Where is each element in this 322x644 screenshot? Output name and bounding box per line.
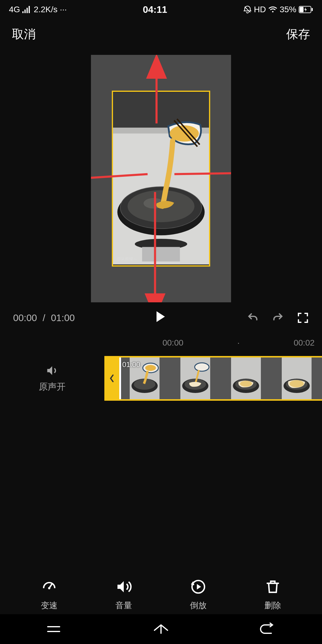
- svg-rect-2: [312, 8, 313, 11]
- save-button[interactable]: 保存: [286, 26, 310, 42]
- ruler-mark: 00:00: [140, 338, 206, 348]
- time-sep: /: [43, 312, 45, 323]
- status-time: 04:11: [143, 4, 167, 15]
- fullscreen-button[interactable]: [297, 312, 309, 324]
- clip-thumb: [221, 357, 271, 399]
- play-icon: [155, 311, 166, 323]
- reverse-tool[interactable]: 倒放: [190, 578, 207, 611]
- redo-button[interactable]: [272, 312, 284, 324]
- reverse-icon: [190, 578, 207, 595]
- speed-tool[interactable]: 变速: [41, 578, 58, 611]
- nav-menu-button[interactable]: [45, 623, 63, 635]
- clip-left-handle[interactable]: [104, 357, 119, 399]
- network-speed: 2.2K/s: [34, 5, 57, 14]
- battery-pct: 35%: [280, 5, 296, 14]
- mute-icon: [243, 5, 252, 14]
- nav-home-button[interactable]: [152, 623, 170, 636]
- volume-icon: [115, 578, 132, 595]
- watermark-text: @从前慢～: [117, 256, 137, 262]
- crop-frame[interactable]: @从前慢～: [112, 91, 210, 267]
- battery-charging-icon: [299, 6, 313, 13]
- playback-controls: 00:00 / 01:00: [0, 302, 322, 333]
- preview-area: @从前慢～: [0, 49, 322, 302]
- play-button[interactable]: [155, 311, 166, 325]
- delete-tool[interactable]: 删除: [264, 578, 281, 611]
- original-sound-label: 原声开: [39, 381, 66, 393]
- speed-icon: [41, 578, 58, 595]
- ruler-mark: 00:02: [271, 338, 322, 348]
- system-nav-bar: [0, 614, 322, 644]
- undo-button[interactable]: [247, 312, 259, 324]
- video-frame-image: [113, 92, 209, 265]
- clip-strip[interactable]: 01:00: [104, 356, 322, 401]
- svg-point-23: [145, 365, 156, 371]
- chevron-left-icon: [109, 374, 115, 383]
- cancel-button[interactable]: 取消: [12, 26, 36, 42]
- svg-point-36: [48, 587, 50, 589]
- playhead[interactable]: [119, 356, 121, 401]
- svg-point-27: [195, 363, 209, 371]
- nav-back-button[interactable]: [259, 623, 277, 636]
- timeline: 原声开 01:00: [0, 356, 322, 401]
- network-type: 4G: [9, 5, 20, 14]
- wifi-icon: [268, 6, 277, 13]
- status-bar: 4G 2.2K/s ··· 04:11 HD 35%: [0, 0, 322, 19]
- clip-thumb: [271, 357, 322, 399]
- preview-canvas[interactable]: @从前慢～: [91, 55, 231, 302]
- volume-tool[interactable]: 音量: [115, 578, 132, 611]
- clip-thumb: [170, 357, 221, 399]
- delete-label: 删除: [264, 600, 281, 611]
- signal-icon: [22, 6, 31, 13]
- clip-thumbnails[interactable]: [119, 357, 322, 399]
- time-current: 00:00: [13, 312, 37, 323]
- svg-rect-1: [300, 7, 304, 12]
- original-sound-toggle[interactable]: 原声开: [0, 364, 104, 393]
- volume-label: 音量: [115, 600, 132, 611]
- timeline-ruler: 00:00 · 00:02 ·: [0, 333, 322, 356]
- tool-row: 变速 音量 倒放 删除: [0, 578, 322, 611]
- volume-icon: [46, 364, 59, 377]
- time-total: 01:00: [51, 312, 75, 323]
- svg-point-35: [290, 380, 304, 387]
- trash-icon: [264, 578, 281, 595]
- svg-rect-14: [142, 247, 180, 261]
- top-bar: 取消 保存: [0, 19, 322, 49]
- hd-label: HD: [254, 5, 266, 14]
- speed-label: 变速: [41, 600, 58, 611]
- svg-point-31: [240, 381, 252, 387]
- more-dots: ···: [60, 5, 67, 14]
- ruler-dot: ·: [206, 338, 271, 348]
- reverse-label: 倒放: [190, 600, 207, 611]
- clip-duration-label: 01:00: [122, 360, 140, 369]
